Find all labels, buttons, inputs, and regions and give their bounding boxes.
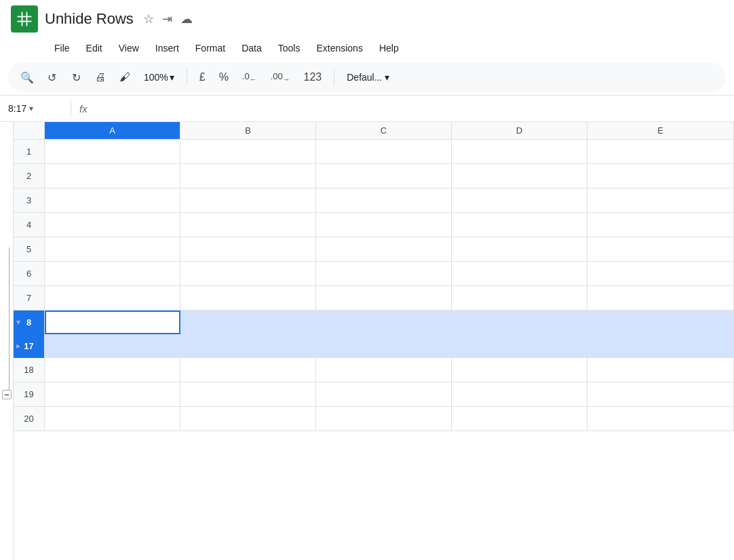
cell-b6[interactable] [180,262,316,285]
row-num-4[interactable]: 4 [14,213,45,237]
cell-e6[interactable] [587,262,734,285]
cell-b18[interactable] [180,358,316,382]
row-num-6[interactable]: 6 [14,262,45,285]
menu-item-file[interactable]: File [46,39,78,57]
cell-a5[interactable] [45,237,180,261]
cell-c2[interactable] [316,164,452,188]
row-num-7[interactable]: 7 [14,286,45,310]
cell-e2[interactable] [587,164,734,188]
cloud-icon[interactable]: ☁ [180,12,193,26]
cell-ref-arrow[interactable]: ▾ [29,104,33,113]
menu-item-help[interactable]: Help [371,39,407,57]
cell-a20[interactable] [45,407,180,431]
cell-e18[interactable] [587,358,734,382]
cell-d17[interactable] [452,334,587,358]
undo-button[interactable]: ↺ [41,66,62,88]
cell-b4[interactable] [180,213,316,237]
cell-a8[interactable] [45,311,180,334]
dec-decimals-button[interactable]: .0← [237,68,263,86]
cell-e3[interactable] [587,188,734,212]
cell-d18[interactable] [452,358,587,382]
cell-a18[interactable] [45,358,180,382]
group-collapse-button[interactable]: − [2,390,12,399]
col-header-d[interactable]: D [452,122,587,139]
cell-c3[interactable] [316,188,452,212]
cell-e19[interactable] [587,382,734,406]
inc-decimals-button[interactable]: .00→ [265,68,296,86]
cell-b7[interactable] [180,286,316,310]
currency-button[interactable]: £ [194,68,211,86]
col-header-c[interactable]: C [316,122,452,139]
cell-c5[interactable] [316,237,452,261]
cell-c18[interactable] [316,358,452,382]
col-header-b[interactable]: B [180,122,316,139]
cell-a3[interactable] [45,188,180,212]
row-num-5[interactable]: 5 [14,237,45,261]
menu-item-view[interactable]: View [111,39,147,57]
cell-b19[interactable] [180,382,316,406]
cell-b20[interactable] [180,407,316,431]
cell-d3[interactable] [452,188,587,212]
row-num-17[interactable]: ▸ 17 [14,334,45,358]
cell-c1[interactable] [316,140,452,163]
formula-input[interactable] [93,103,726,114]
print-button[interactable]: 🖨 [90,66,111,88]
cell-d4[interactable] [452,213,587,237]
cell-a4[interactable] [45,213,180,237]
cell-b2[interactable] [180,164,316,188]
cell-c19[interactable] [316,382,452,406]
cell-b8[interactable] [180,311,316,334]
row-num-3[interactable]: 3 [14,188,45,212]
star-icon[interactable]: ☆ [143,12,154,26]
cell-d20[interactable] [452,407,587,431]
row-num-20[interactable]: 20 [14,407,45,431]
cell-e8[interactable] [587,311,734,334]
cell-e5[interactable] [587,237,734,261]
cell-b5[interactable] [180,237,316,261]
cell-e17[interactable] [587,334,734,358]
cell-d1[interactable] [452,140,587,163]
cell-c6[interactable] [316,262,452,285]
percent-button[interactable]: % [214,68,234,86]
cell-a19[interactable] [45,382,180,406]
col-header-a[interactable]: A [45,122,180,139]
row-num-2[interactable]: 2 [14,164,45,188]
font-dropdown[interactable]: Defaul... ▾ [341,69,395,85]
cell-e1[interactable] [587,140,734,163]
cell-d2[interactable] [452,164,587,188]
paint-format-button[interactable]: 🖌 [114,66,136,88]
cell-c20[interactable] [316,407,452,431]
cell-d7[interactable] [452,286,587,310]
row-num-8[interactable]: ▾ 8 [14,311,45,334]
more-formats-button[interactable]: 123 [298,68,328,86]
menu-item-format[interactable]: Format [187,39,233,57]
menu-item-insert[interactable]: Insert [147,39,187,57]
row-num-1[interactable]: 1 [14,140,45,163]
cell-e7[interactable] [587,286,734,310]
row-num-19[interactable]: 19 [14,382,45,406]
cell-e20[interactable] [587,407,734,431]
cell-d19[interactable] [452,382,587,406]
cell-a2[interactable] [45,164,180,188]
cell-c8[interactable] [316,311,452,334]
cell-a7[interactable] [45,286,180,310]
row-num-18[interactable]: 18 [14,358,45,382]
menu-item-data[interactable]: Data [233,39,270,57]
zoom-control[interactable]: 100% ▾ [138,69,180,85]
search-button[interactable]: 🔍 [16,66,38,88]
redo-button[interactable]: ↻ [65,66,87,88]
cell-a1[interactable] [45,140,180,163]
menu-item-extensions[interactable]: Extensions [308,39,370,57]
cell-c17[interactable] [316,334,452,358]
cell-c4[interactable] [316,213,452,237]
cell-e4[interactable] [587,213,734,237]
cell-d6[interactable] [452,262,587,285]
cell-b17[interactable] [180,334,316,358]
move-icon[interactable]: ⇥ [162,12,172,26]
menu-item-edit[interactable]: Edit [78,39,111,57]
cell-a17[interactable] [45,334,180,358]
menu-item-tools[interactable]: Tools [270,39,309,57]
cell-d8[interactable] [452,311,587,334]
cell-b1[interactable] [180,140,316,163]
cell-b3[interactable] [180,188,316,212]
